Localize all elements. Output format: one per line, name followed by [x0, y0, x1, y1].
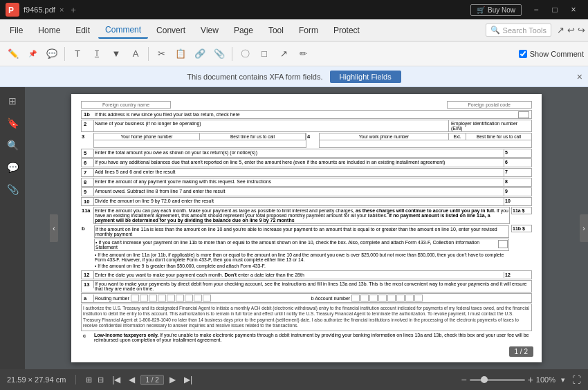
tool-btn-7[interactable]: A: [127, 45, 145, 63]
close-xfa-button[interactable]: ×: [577, 71, 582, 82]
row-4-num: 4: [306, 133, 319, 148]
account-box-6[interactable]: [396, 295, 405, 301]
xfa-message: This document contains XFA form fields.: [187, 73, 322, 81]
routing-box-7[interactable]: [185, 295, 193, 301]
menu-view[interactable]: View: [194, 23, 226, 38]
tool-btn-8[interactable]: ✂: [152, 45, 170, 63]
row-12-box: 12: [504, 272, 531, 278]
routing-box-3[interactable]: [149, 295, 157, 301]
search-tools-box[interactable]: 🔍 Search Tools: [486, 24, 551, 37]
routing-box-2[interactable]: [140, 295, 148, 301]
undo-icon[interactable]: ↩: [567, 25, 575, 35]
page-number-display[interactable]: 1 / 2: [140, 375, 163, 385]
buy-now-button[interactable]: 🛒 Buy Now: [470, 4, 522, 16]
menu-home[interactable]: Home: [31, 23, 67, 38]
maximize-button[interactable]: □: [546, 1, 564, 19]
share-icon[interactable]: ↗: [557, 25, 564, 35]
show-comment-checkbox[interactable]: [519, 50, 527, 58]
menu-convert[interactable]: Convert: [149, 23, 192, 38]
tool-btn-3[interactable]: 💬: [43, 45, 61, 63]
tool-btn-10[interactable]: 🔗: [191, 45, 209, 63]
right-panel-toggle[interactable]: ›: [580, 214, 588, 242]
page-navigation: |◀ ◀ 1 / 2 ▶ ▶|: [109, 373, 195, 386]
sidebar-attachment-icon[interactable]: 📎: [3, 180, 22, 199]
menu-file[interactable]: File: [3, 23, 30, 38]
next-page-button[interactable]: ▶: [167, 373, 178, 386]
sidebar-comment-icon[interactable]: 💬: [3, 158, 22, 177]
zoom-out-button[interactable]: −: [461, 374, 466, 385]
page-size-display: 21.59 × 27.94 cm: [7, 375, 66, 384]
page-badge: 1 / 2: [509, 346, 533, 357]
sidebar-search-icon[interactable]: 🔍: [3, 136, 22, 155]
account-box-5[interactable]: [387, 295, 396, 301]
phone-col1: Your home phone number: [94, 133, 200, 140]
row-11b-checkbox[interactable]: [498, 240, 508, 248]
zoom-level-display: 100%: [536, 375, 555, 384]
routing-label: Routing number: [94, 295, 130, 301]
sidebar-thumbnail-icon[interactable]: ⊞: [3, 91, 22, 111]
account-box-3[interactable]: [369, 295, 378, 301]
form-row-10: 10 Divide the amount on line 9 by 72.0 a…: [81, 197, 532, 206]
tool-btn-11[interactable]: 📎: [210, 45, 228, 63]
fullscreen-icon[interactable]: ⛶: [572, 375, 581, 385]
close-tab-icon[interactable]: ×: [59, 6, 64, 14]
row-13a-label: a: [82, 295, 94, 302]
fit-width-icon[interactable]: ⊟: [98, 375, 104, 384]
row-3-num: 3: [81, 133, 93, 148]
routing-box-1[interactable]: [131, 295, 139, 301]
toolbar-separator-2: [148, 47, 149, 61]
highlight-fields-button[interactable]: Highlight Fields: [330, 71, 401, 83]
show-comment-area: Show Comment: [519, 50, 584, 58]
tool-btn-6[interactable]: ▼: [107, 45, 125, 63]
toolbar: ✏️ 📌 💬 T T ▼ A ✂ 📋 🔗 📎 〇 □ ↗ ✏ Show Comm…: [0, 41, 588, 66]
account-box-2[interactable]: [360, 295, 369, 301]
zoom-slider[interactable]: [470, 379, 525, 381]
prev-page-button[interactable]: ◀: [126, 373, 138, 386]
tool-btn-13[interactable]: □: [255, 45, 273, 63]
left-panel-toggle[interactable]: ‹: [50, 214, 58, 242]
account-box-1[interactable]: [351, 295, 360, 301]
row-12-text: Enter the date you want to make your pay…: [94, 272, 504, 278]
zoom-dropdown-icon[interactable]: ▾: [561, 375, 565, 384]
close-button[interactable]: ×: [564, 1, 582, 19]
routing-box-4[interactable]: [158, 295, 166, 301]
routing-box-6[interactable]: [176, 295, 184, 301]
zoom-in-button[interactable]: +: [528, 374, 533, 385]
form-row-7: 7 Add lines 5 and 6 and enter the result…: [81, 168, 532, 177]
first-page-button[interactable]: |◀: [109, 373, 123, 386]
minimize-button[interactable]: −: [527, 1, 545, 19]
tool-btn-1[interactable]: ✏️: [4, 45, 22, 63]
foreign-header: Foreign country name Foreign postal code: [81, 101, 532, 109]
row-1b-checkbox[interactable]: [518, 111, 529, 118]
auth-text: I authorize the U.S. Treasury and its de…: [81, 304, 532, 331]
form-rows-5-10: 5 Enter the total amount you owe as show…: [81, 149, 532, 206]
tool-btn-9[interactable]: 📋: [172, 45, 190, 63]
account-box-4[interactable]: [378, 295, 387, 301]
row-13-text: If you want to make your payments by dir…: [94, 281, 531, 292]
tool-btn-15[interactable]: ✏: [294, 45, 312, 63]
tool-btn-12[interactable]: 〇: [236, 45, 254, 63]
routing-box-5[interactable]: [167, 295, 175, 301]
tool-btn-14[interactable]: ↗: [275, 45, 293, 63]
menu-protect[interactable]: Protect: [327, 23, 367, 38]
phone-col4: Ext.: [449, 133, 466, 140]
menu-page[interactable]: Page: [227, 23, 260, 38]
fit-page-icon[interactable]: ⊞: [86, 375, 92, 384]
redo-icon[interactable]: ↪: [578, 25, 585, 35]
menu-form[interactable]: Form: [292, 23, 325, 38]
sidebar-bookmark-icon[interactable]: 🔖: [3, 113, 22, 133]
routing-box-8[interactable]: [194, 295, 202, 301]
tool-btn-5[interactable]: T: [88, 45, 106, 63]
account-box-7[interactable]: [405, 295, 414, 301]
xfa-notification-bar: This document contains XFA form fields. …: [0, 66, 588, 87]
account-box-8[interactable]: [414, 295, 423, 301]
menu-edit[interactable]: Edit: [68, 23, 97, 38]
search-placeholder: Search Tools: [503, 26, 546, 35]
routing-box-9[interactable]: [203, 295, 211, 301]
tool-btn-2[interactable]: 📌: [24, 45, 42, 63]
tool-btn-4[interactable]: T: [68, 45, 86, 63]
last-page-button[interactable]: ▶|: [181, 373, 195, 386]
new-tab-icon[interactable]: +: [71, 5, 76, 15]
menu-tool[interactable]: Tool: [261, 23, 291, 38]
menu-comment[interactable]: Comment: [98, 22, 148, 39]
